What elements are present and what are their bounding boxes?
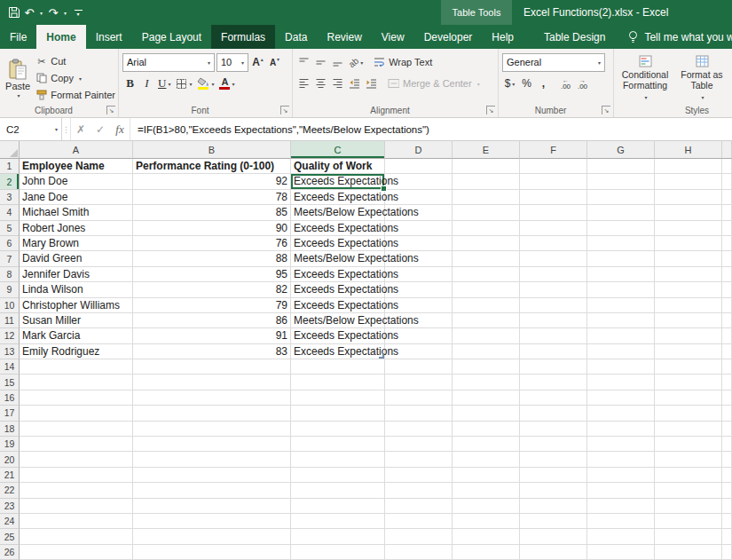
cell-C26[interactable] [291,545,385,560]
cell-G3[interactable] [587,190,655,205]
cell-F8[interactable] [520,267,587,282]
tab-page-layout[interactable]: Page Layout [132,25,211,49]
cancel-entry-button[interactable]: ✗ [71,118,91,140]
row-header-17[interactable]: 17 [0,406,20,421]
column-header-G[interactable]: G [587,141,655,159]
cell-A1[interactable]: Employee Name [20,159,133,174]
cell-G8[interactable] [587,267,655,282]
align-left-button[interactable] [296,75,311,93]
cell-C10[interactable]: Exceeds Expectations [291,298,385,313]
cell-E7[interactable] [453,251,520,266]
cell-C21[interactable] [291,468,385,483]
insert-function-button[interactable]: fx [110,118,130,140]
cell-A25[interactable] [20,529,133,544]
align-center-button[interactable] [313,75,328,93]
cell-H2[interactable] [655,174,722,189]
cell-B17[interactable] [133,406,291,421]
cell-B7[interactable]: 88 [133,251,291,266]
cell-E19[interactable] [453,437,520,452]
row-header-7[interactable]: 7 [0,251,20,266]
cell-A7[interactable]: David Green [20,251,133,266]
italic-button[interactable]: I [139,75,154,93]
cell-D12[interactable] [385,328,453,343]
cell-A10[interactable]: Christopher Williams [20,298,133,313]
cell-C11[interactable]: Meets/Below Expectations [291,313,385,328]
cell-B6[interactable]: 76 [133,236,291,251]
clipboard-dialog-launcher[interactable]: ↘ [106,106,115,114]
cell-D15[interactable] [385,375,453,390]
cell-A13[interactable]: Emily Rodriguez [20,344,133,359]
cell-F13[interactable] [520,344,587,359]
cell-E6[interactable] [453,236,520,251]
cell-E12[interactable] [453,328,520,343]
cell-B16[interactable] [133,390,291,406]
cell-B24[interactable] [133,514,291,529]
increase-indent-button[interactable] [364,75,379,93]
save-button[interactable] [7,4,21,21]
cell-D22[interactable] [385,483,453,498]
cell-A2[interactable]: John Doe [20,174,133,189]
tab-developer[interactable]: Developer [414,25,483,49]
cell-E3[interactable] [453,190,520,205]
cell-D23[interactable] [385,499,453,514]
cell-D19[interactable] [385,437,453,452]
cell-A18[interactable] [20,422,133,437]
cell-C12[interactable]: Exceeds Expectations [291,328,385,343]
cell-E22[interactable] [453,483,520,498]
cell-E14[interactable] [453,359,520,375]
cell-G5[interactable] [587,221,655,236]
cell-F22[interactable] [520,483,587,498]
underline-button[interactable]: U▾ [156,75,172,93]
cell-G15[interactable] [587,375,655,390]
cell-H22[interactable] [655,483,722,498]
bottom-align-button[interactable] [330,53,345,72]
copy-button[interactable]: Copy ▾ [35,70,115,86]
cell-C15[interactable] [291,375,385,390]
format-as-table-button[interactable]: Format as Table ▾ [674,51,729,105]
row-header-12[interactable]: 12 [0,328,20,343]
cell-C18[interactable] [291,422,385,437]
decrease-indent-button[interactable] [347,75,362,93]
cut-button[interactable]: ✂ Cut [35,53,115,69]
undo-dropdown[interactable]: ▾ [37,10,45,16]
cell-C24[interactable] [291,514,385,529]
orientation-button[interactable]: ab▾ [347,53,365,72]
cell-D24[interactable] [385,514,453,529]
cell-G26[interactable] [587,545,655,560]
cell-E9[interactable] [453,282,520,297]
cell-C16[interactable] [291,390,385,406]
cell-A22[interactable] [20,483,133,498]
cell-E25[interactable] [453,529,520,544]
tab-review[interactable]: Review [317,25,371,49]
tab-table-design[interactable]: Table Design [534,25,615,49]
cell-H21[interactable] [655,468,722,483]
cell-E5[interactable] [453,221,520,236]
percent-style-button[interactable]: % [519,75,534,93]
cell-F7[interactable] [520,251,587,266]
cell-A6[interactable]: Mary Brown [20,236,133,251]
cell-C14[interactable] [291,359,385,375]
fill-color-button[interactable]: ▾ [195,75,216,93]
cell-B8[interactable]: 95 [133,267,291,282]
cell-F1[interactable] [520,159,587,174]
cell-A8[interactable]: Jennifer Davis [20,267,133,282]
number-format-combo[interactable]: General ▾ [502,53,605,72]
cell-G22[interactable] [587,483,655,498]
cell-F17[interactable] [520,406,587,421]
cell-F25[interactable] [520,529,587,544]
cell-G20[interactable] [587,452,655,467]
cell-H7[interactable] [655,251,722,266]
select-all-corner[interactable] [0,141,20,159]
cell-D14[interactable] [385,359,453,375]
cell-D8[interactable] [385,267,453,282]
row-header-6[interactable]: 6 [0,236,20,251]
row-header-20[interactable]: 20 [0,452,20,467]
tab-file[interactable]: File [0,25,36,49]
font-name-combo[interactable]: Arial ▾ [122,53,215,72]
cell-C9[interactable]: Exceeds Expectations [291,282,385,297]
cell-B10[interactable]: 79 [133,298,291,313]
row-header-24[interactable]: 24 [0,514,20,529]
redo-dropdown[interactable]: ▾ [61,10,69,16]
cell-B2[interactable]: 92 [133,174,291,189]
decrease-font-size-button[interactable]: A▾ [267,53,282,72]
